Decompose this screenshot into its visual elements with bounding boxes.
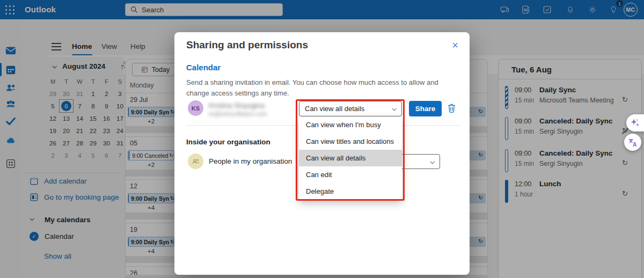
org-people-icon <box>192 157 200 166</box>
dialog-description: Send a sharing invitation in email. You … <box>186 77 461 99</box>
close-icon[interactable]: × <box>448 38 462 52</box>
inside-org-heading: Inside your organisation <box>186 138 270 146</box>
chevron-down-icon <box>392 106 396 111</box>
permission-dropdown[interactable]: Can view all details <box>299 101 402 116</box>
share-button[interactable]: Share <box>409 101 442 116</box>
user-avatar: KS <box>188 100 203 116</box>
chevron-down-icon <box>430 159 434 164</box>
permission-menu: Can view when I'm busyCan view titles an… <box>299 116 402 200</box>
permission-menu-item[interactable]: Can view when I'm busy <box>299 116 402 133</box>
copilot-sparkle-button[interactable] <box>626 114 644 131</box>
permission-menu-item[interactable]: Delegate <box>299 183 402 200</box>
svg-text:A: A <box>633 141 637 147</box>
dialog-title: Sharing and permissions <box>186 39 308 51</box>
outlook-app: Outlook Search N 1 MC <box>0 0 644 278</box>
org-people-label: People in my organisation <box>209 157 292 165</box>
org-people-avatar <box>188 153 203 169</box>
translate-button[interactable]: A <box>624 134 641 151</box>
permission-dropdown-value: Can view all details <box>305 105 364 113</box>
sharing-permissions-dialog: Sharing and permissions × Calendar Send … <box>174 32 470 275</box>
delete-share-icon[interactable] <box>447 103 457 114</box>
user-name-blurred: Kristina Sinyugina <box>209 101 265 109</box>
sparkle-icon <box>630 118 640 128</box>
translate-icon: A <box>628 137 638 148</box>
dialog-calendar-heading: Calendar <box>186 63 221 72</box>
user-email-blurred: ks@virtosoftware.com <box>209 111 267 117</box>
permission-menu-item[interactable]: Can view all details <box>299 150 402 166</box>
permission-menu-item[interactable]: Can view titles and locations <box>299 133 402 150</box>
permission-menu-item[interactable]: Can edit <box>299 166 402 183</box>
